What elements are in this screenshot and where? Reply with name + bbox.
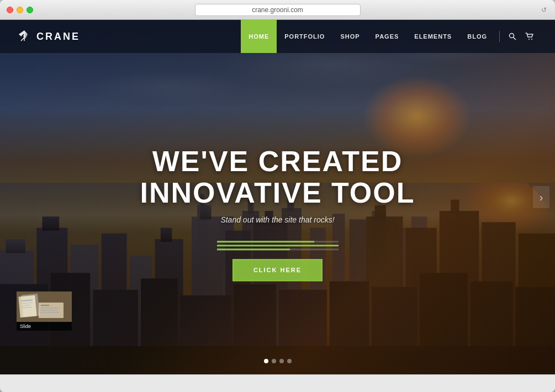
svg-rect-66: [41, 308, 60, 309]
progress-bars: [217, 241, 339, 251]
slide-dots: [264, 359, 292, 363]
svg-rect-61: [22, 302, 33, 304]
hero-title-line1: WE'VE CREATED: [152, 145, 403, 177]
hero-content: WE'VE CREATED INNOVATIVE TOOL Stand out …: [140, 146, 415, 281]
hero-subtitle: Stand out with the site that rocks!: [140, 216, 415, 225]
nav-shop[interactable]: SHOP: [332, 20, 367, 53]
browser-titlebar: crane.grooni.com ↺: [0, 0, 555, 20]
nav-pages[interactable]: PAGES: [368, 20, 407, 53]
progress-fill-1: [217, 241, 314, 243]
nav-home[interactable]: HOME: [241, 20, 277, 53]
next-slide-button[interactable]: ›: [533, 186, 549, 208]
progress-bar-1: [217, 241, 339, 243]
nav-blog[interactable]: BLOG: [459, 20, 495, 53]
close-button[interactable]: [7, 7, 13, 13]
svg-point-56: [528, 39, 530, 40]
slide-dot-1[interactable]: [264, 359, 268, 363]
window-controls: [7, 7, 33, 13]
browser-window: crane.grooni.com ↺: [0, 0, 555, 392]
svg-point-54: [510, 34, 514, 38]
slide-dot-4[interactable]: [287, 359, 292, 363]
svg-rect-65: [41, 305, 49, 306]
svg-point-57: [531, 39, 532, 40]
slide-thumb-image: [17, 292, 72, 322]
nav-divider: [499, 31, 500, 42]
nav-portfolio[interactable]: PORTFOLIO: [277, 20, 332, 53]
slide-thumbnail[interactable]: Slide: [17, 292, 72, 330]
cart-icon[interactable]: [521, 20, 538, 53]
progress-bar-3: [217, 249, 339, 251]
url-input[interactable]: crane.grooni.com: [195, 4, 361, 16]
svg-rect-60: [22, 299, 33, 301]
maximize-button[interactable]: [27, 7, 33, 13]
svg-line-55: [514, 38, 516, 40]
svg-rect-67: [41, 310, 57, 311]
svg-rect-63: [22, 306, 32, 308]
brand-logo-icon: [17, 29, 32, 44]
brand[interactable]: CRANE: [17, 29, 80, 44]
cta-button[interactable]: CLICK HERE: [232, 259, 323, 282]
refresh-button[interactable]: ↺: [540, 6, 548, 14]
search-icon[interactable]: [504, 20, 521, 53]
svg-rect-62: [22, 305, 30, 306]
browser-content: CRANE HOME PORTFOLIO SHOP PAGES ELEMENTS…: [0, 20, 555, 374]
svg-rect-59: [18, 295, 36, 317]
nav-links: HOME PORTFOLIO SHOP PAGES ELEMENTS BLOG: [241, 20, 538, 53]
url-bar: crane.grooni.com: [7, 4, 548, 16]
minimize-button[interactable]: [17, 7, 23, 13]
hero-title: WE'VE CREATED INNOVATIVE TOOL: [140, 146, 415, 209]
navbar: CRANE HOME PORTFOLIO SHOP PAGES ELEMENTS…: [0, 20, 555, 53]
browser-bottom-bar: [0, 374, 555, 392]
slide-label: Slide: [17, 322, 72, 331]
slide-dot-3[interactable]: [279, 359, 284, 363]
progress-bar-2: [217, 245, 339, 247]
progress-fill-2: [217, 245, 339, 247]
slide-dot-2[interactable]: [272, 359, 276, 363]
progress-fill-3: [217, 249, 290, 251]
arrow-right-icon: ›: [540, 191, 543, 204]
nav-elements[interactable]: ELEMENTS: [406, 20, 459, 53]
svg-line-53: [21, 38, 24, 41]
brand-name: CRANE: [36, 31, 80, 43]
svg-rect-68: [41, 312, 59, 313]
hero-title-line2: INNOVATIVE TOOL: [140, 177, 415, 209]
